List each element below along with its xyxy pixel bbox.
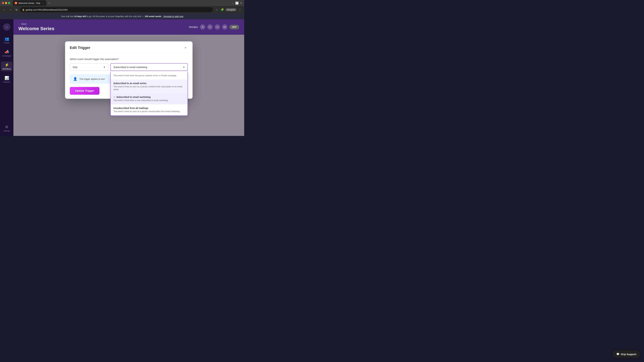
sidebar-item-people-label: People [4,42,10,44]
sidebar-item-settings[interactable]: ⚙ Settings [1,123,12,133]
sidebar-item-campaigns[interactable]: 📣 Campaigns [1,48,12,58]
app-layout: ☺ 👥 People 📣 Campaigns ⚡ Workflows 📊 Ana… [0,19,244,136]
trigger-info-icon: 👤 [73,77,77,81]
analytics-icon: 📊 [4,76,9,80]
tab-title: Welcome Series - Drip [18,2,40,4]
avatar: ☺ [3,23,10,31]
browser-tabs: D Welcome Series - Drip × + [13,0,52,6]
active-tab[interactable]: D Welcome Series - Drip × [13,0,46,6]
toggle-off-btn[interactable]: OFF [230,25,239,29]
window-close-btn[interactable] [2,2,4,4]
dropdown-item-form-submit[interactable]: This event is fired when the person subm… [111,72,188,80]
header-user: Moodjoy [189,26,198,28]
sidebar-item-avatar: ☺ [1,22,12,32]
reload-btn[interactable]: ↻ [14,7,19,12]
extension-icon[interactable]: 🧩 [220,7,224,12]
workflows-icon: ⚡ [4,63,9,67]
browser-toolbar: ← → ↻ 🔒 getdrip.com/7641396/workflows/51… [0,6,244,13]
header-actions: Moodjoy 0 ↩ ↪ ••• OFF [189,24,239,30]
campaigns-icon: 📣 [4,50,9,54]
drip-selector[interactable]: Drip ∨ [70,63,108,71]
undo-btn[interactable]: ↩ [207,24,213,30]
modal-header: Edit Trigger × [65,41,192,54]
dropdown-item-form-submit-desc: This event is fired when the person subm… [113,74,185,77]
window-maximize-btn[interactable] [8,2,10,4]
dropdown-item-email-marketing-title: ✓ Subscribed to email marketing [113,96,185,98]
dropdown-item-email-marketing-desc: This event is fired when a user subscrib… [113,99,185,102]
toolbar-actions: ☆ 🧩 Incognito ⋮ [214,7,242,12]
modal-question: Which event should trigger this automati… [70,58,188,60]
minimize-icon[interactable]: ⌄ [232,1,234,5]
dropdown-item-unsubscribed[interactable]: Unsubscribed from all mailings This even… [111,104,188,115]
dropdown-item-unsubscribed-title: Unsubscribed from all mailings [113,107,185,109]
new-tab-btn[interactable]: + [47,1,52,5]
check-icon: ✓ [113,96,116,98]
trial-days: 14 days left [74,15,86,17]
sidebar-item-analytics[interactable]: 📊 Analytics [1,75,12,84]
settings-icon: ⚙ [5,125,8,129]
modal-overlay[interactable]: Edit Trigger × Which event should trigge… [14,35,244,136]
main-content: ← Back Welcome Series Moodjoy 0 ↩ ↪ ••• … [14,19,244,136]
browser-titlebar: D Welcome Series - Drip × + ⌄ ⬜ ✕ [0,0,244,6]
sidebar-item-workflows-label: Workflows [2,68,11,70]
event-selector-label: Subscribed to email marketing [113,66,147,68]
sidebar-item-campaigns-label: Campaigns [2,55,12,57]
trial-text-dot: . [162,15,163,17]
trial-text-before: Your trial has [61,15,74,17]
sidebar-item-workflows[interactable]: ⚡ Workflows [1,61,12,71]
page-title: Welcome Series [18,26,54,31]
update-trigger-btn[interactable]: Update Trigger [70,87,100,95]
window-close-icon[interactable]: ✕ [240,1,242,5]
browser-chrome: D Welcome Series - Drip × + ⌄ ⬜ ✕ ← → ↻ … [0,0,244,13]
drip-selector-label: Drip [73,66,78,68]
address-bar[interactable]: 🔒 getdrip.com/7641396/workflows/51612156… [20,7,213,12]
dropdown-item-email-series-desc: This event is fired as soon as a person … [113,85,185,91]
incognito-badge: Incognito [226,8,236,11]
sidebar-item-people[interactable]: 👥 People [1,35,12,45]
event-dropdown: This event is fired when the person subm… [110,72,188,116]
back-btn[interactable]: ← [2,7,7,12]
modal-close-btn[interactable]: × [183,45,188,50]
drip-chevron-icon: ∨ [104,65,105,68]
restore-icon[interactable]: ⬜ [235,1,239,5]
dropdown-item-unsubscribed-desc: This event is fired as soon as a person … [113,110,185,113]
people-icon: 👥 [4,37,9,41]
trigger-selectors: Drip ∨ Subscribed to email marketing ∧ [70,63,188,71]
edit-trigger-modal: Edit Trigger × Which event should trigge… [65,41,192,99]
trial-text-middle: to go. All the power is at your fingerti… [86,15,144,17]
trial-banner: Your trial has 14 days left to go. All t… [0,13,244,19]
menu-icon[interactable]: ⋮ [238,7,242,12]
trial-limit: 100 email sends [145,15,162,17]
page-header: ← Back Welcome Series Moodjoy 0 ↩ ↪ ••• … [14,19,244,35]
dropdown-item-email-marketing[interactable]: ✓ Subscribed to email marketing This eve… [111,93,188,104]
step-count: 0 [202,26,203,28]
event-selector[interactable]: Subscribed to email marketing ∧ [110,63,188,71]
upgrade-link[interactable]: Upgrade to paid now [163,15,183,17]
more-btn[interactable]: ••• [222,24,228,30]
event-chevron-icon: ∧ [183,65,185,68]
url-text: getdrip.com/7641396/workflows/516121561 [26,8,68,11]
bookmark-icon[interactable]: ☆ [214,7,219,12]
tab-close-btn[interactable]: × [42,2,44,4]
sidebar: ☺ 👥 People 📣 Campaigns ⚡ Workflows 📊 Ana… [0,19,14,136]
sidebar-item-settings-label: Settings [3,130,10,132]
step-count-badge: 0 [200,24,205,30]
dropdown-item-email-series[interactable]: Subscribed to an email series This event… [111,80,188,93]
sidebar-item-analytics-label: Analytics [3,81,10,83]
trigger-info-text: This trigger applies to ever [79,78,105,80]
redo-btn[interactable]: ↪ [215,24,220,30]
window-minimize-btn[interactable] [5,2,7,4]
forward-btn[interactable]: → [8,7,13,12]
modal-body: Which event should trigger this automati… [65,54,192,99]
modal-title: Edit Trigger [70,45,90,50]
back-link[interactable]: ← Back [18,23,54,25]
lock-icon: 🔒 [22,8,25,11]
tab-favicon: D [15,2,17,4]
workflow-canvas: Send "Welcome... Total revenue $0.00 ACV… [14,35,244,136]
dropdown-item-email-series-title: Subscribed to an email series [113,82,185,85]
